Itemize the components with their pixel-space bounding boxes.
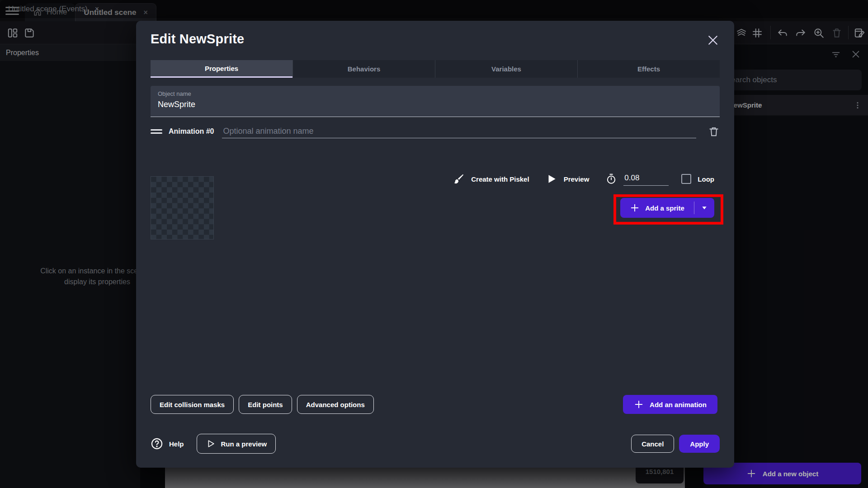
dialog-title: Edit NewSprite xyxy=(151,32,244,47)
tab-properties[interactable]: Properties xyxy=(151,60,292,78)
help-icon xyxy=(151,437,163,450)
loop-label: Loop xyxy=(698,175,714,183)
tab-effects[interactable]: Effects xyxy=(577,60,720,78)
tab-variables[interactable]: Variables xyxy=(435,60,577,78)
delete-animation-icon[interactable] xyxy=(708,125,720,138)
dialog-tab-bar: Properties Behaviors Variables Effects xyxy=(151,60,720,78)
dialog-footer: Help Run a preview Cancel Apply xyxy=(151,433,720,455)
sprite-tools-row: Edit collision masks Edit points Advance… xyxy=(151,395,374,414)
chevron-down-icon xyxy=(701,204,708,211)
edit-sprite-dialog: Edit NewSprite Properties Behaviors Vari… xyxy=(136,21,734,468)
plus-icon xyxy=(630,203,640,213)
play-icon xyxy=(546,173,557,185)
brush-icon xyxy=(453,173,465,185)
animation-controls-row: Create with Piskel Preview Loop xyxy=(453,170,714,188)
apply-button[interactable]: Apply xyxy=(679,435,720,453)
advanced-options-button[interactable]: Advanced options xyxy=(297,395,374,414)
close-dialog-icon[interactable] xyxy=(706,33,720,47)
animation-name-input[interactable] xyxy=(222,125,696,138)
play-outline-icon xyxy=(206,439,216,449)
help-button[interactable]: Help xyxy=(151,437,184,450)
add-animation-button[interactable]: Add an animation xyxy=(623,395,717,414)
gdevelop-app: Home Untitled scene × Untitled scene (Ev… xyxy=(0,0,868,488)
plus-icon xyxy=(634,399,644,409)
add-sprite-button[interactable]: Add a sprite xyxy=(620,198,714,218)
empty-sprite-placeholder[interactable] xyxy=(151,176,214,239)
edit-collision-masks-button[interactable]: Edit collision masks xyxy=(151,395,234,414)
loop-checkbox[interactable] xyxy=(681,174,691,184)
time-between-frames-input[interactable] xyxy=(623,172,669,186)
add-sprite-label: Add a sprite xyxy=(645,204,684,212)
object-name-field-label: Object name xyxy=(158,90,712,97)
animation-row: Animation #0 xyxy=(151,124,720,139)
animation-title: Animation #0 xyxy=(169,127,214,136)
add-sprite-dropdown-button[interactable] xyxy=(694,204,714,211)
edit-points-button[interactable]: Edit points xyxy=(239,395,292,414)
object-name-field[interactable]: Object name NewSprite xyxy=(151,86,720,117)
run-preview-button[interactable]: Run a preview xyxy=(197,434,276,454)
cancel-button[interactable]: Cancel xyxy=(631,435,674,453)
object-name-field-value: NewSprite xyxy=(158,100,712,109)
preview-animation-button[interactable]: Preview xyxy=(546,173,590,185)
tab-behaviors[interactable]: Behaviors xyxy=(292,60,435,78)
drag-handle-icon[interactable] xyxy=(151,128,162,135)
timer-icon xyxy=(605,173,617,185)
create-with-piskel-button[interactable]: Create with Piskel xyxy=(453,173,529,185)
